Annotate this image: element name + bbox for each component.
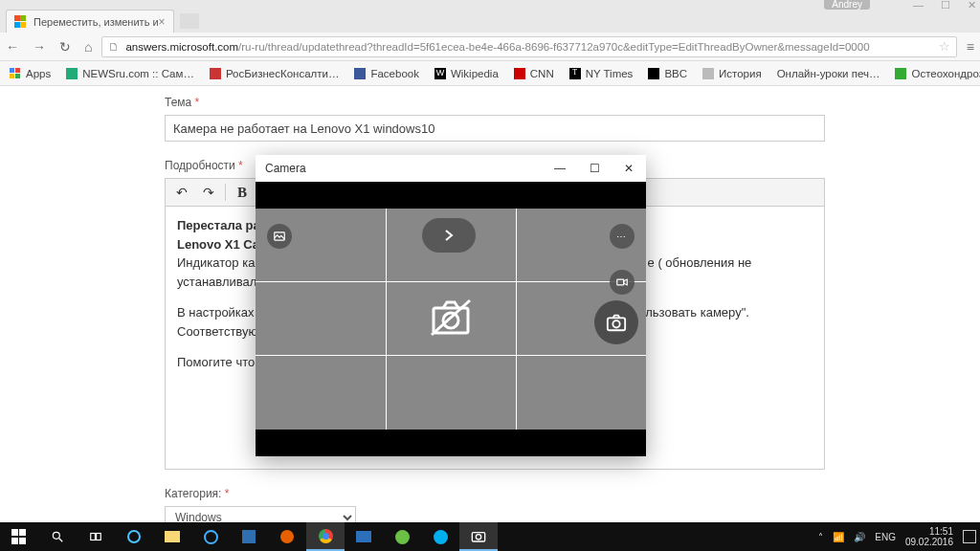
bold-button[interactable]: B — [232, 182, 253, 203]
camera-close-button[interactable]: ✕ — [612, 155, 646, 182]
reload-button[interactable]: ↻ — [59, 39, 71, 55]
ms-favicon-icon — [14, 15, 28, 29]
tray-language[interactable]: ENG — [875, 532, 896, 542]
required-icon: * — [225, 487, 230, 500]
gallery-button[interactable] — [267, 224, 292, 249]
letterbox-bar — [256, 182, 646, 209]
apps-shortcut[interactable]: Apps — [10, 68, 51, 79]
undo-button[interactable]: ↶ — [171, 182, 192, 203]
search-button[interactable] — [38, 522, 77, 551]
bookmark-item[interactable]: WWikipedia — [434, 68, 499, 79]
clock-date: 09.02.2016 — [905, 537, 953, 548]
topic-input[interactable] — [165, 115, 825, 142]
edge-icon — [204, 530, 218, 544]
windows-logo-icon — [11, 529, 27, 544]
bookmark-star-icon[interactable]: ☆ — [939, 39, 950, 54]
svg-rect-9 — [91, 534, 96, 540]
search-icon — [51, 530, 64, 543]
taskbar-clock[interactable]: 11:51 09.02.2016 — [905, 526, 953, 548]
bookmark-item[interactable]: Остеохондроз, здо… — [895, 68, 980, 79]
redo-button[interactable]: ↷ — [198, 182, 219, 203]
svg-point-7 — [53, 532, 59, 539]
system-tray: ˄ 📶 🔊 ENG 11:51 09.02.2016 — [818, 526, 980, 548]
windows-taskbar: ˄ 📶 🔊 ENG 11:51 09.02.2016 — [0, 522, 980, 551]
os-close-button[interactable]: ✕ — [968, 0, 976, 11]
taskbar-mozilla[interactable] — [268, 522, 306, 551]
taskbar-utorrent[interactable] — [383, 522, 421, 551]
required-icon: * — [195, 96, 200, 109]
tab-close-button[interactable]: × — [159, 15, 166, 29]
os-minimize-button[interactable]: — — [913, 0, 924, 11]
bookmark-favicon-icon — [66, 68, 78, 79]
body-text: е ( обновления не — [648, 255, 752, 270]
cortana-icon — [127, 530, 141, 543]
bookmark-favicon-icon — [514, 68, 525, 79]
forward-button[interactable]: → — [33, 39, 46, 55]
svg-point-12 — [476, 535, 480, 540]
grid-line — [516, 209, 517, 430]
tray-overflow-button[interactable]: ˄ — [818, 532, 823, 542]
taskbar-mail[interactable] — [345, 522, 383, 551]
toolbar-separator — [225, 184, 226, 201]
tray-volume-icon[interactable]: 🔊 — [854, 532, 865, 542]
back-button[interactable]: ← — [6, 39, 19, 55]
taskbar-cortana[interactable] — [115, 522, 153, 551]
taskbar-edge[interactable] — [191, 522, 230, 551]
taskbar-camera[interactable] — [459, 522, 498, 551]
url-path: /ru-ru/thread/updatethread?threadId=5f61… — [238, 41, 869, 53]
bookmark-label: РосБизнесКонсалти… — [226, 68, 340, 79]
bookmark-item[interactable]: TNY Times — [569, 68, 634, 79]
topic-label-text: Тема — [165, 96, 191, 109]
new-tab-button[interactable] — [180, 13, 199, 29]
camera-maximize-button[interactable]: ☐ — [577, 155, 612, 182]
bookmark-item[interactable]: BBC — [648, 68, 687, 79]
browser-tab[interactable]: Переместить, изменить и × — [6, 10, 174, 33]
os-user-badge: Andrey — [824, 0, 870, 10]
taskbar-explorer[interactable] — [153, 522, 191, 551]
grid-line — [256, 355, 646, 356]
taskbar-skype[interactable] — [421, 522, 459, 551]
camera-more-button[interactable]: ⋯ — [610, 224, 635, 249]
camera-title: Camera — [265, 162, 306, 175]
page-info-icon: 🗋 — [108, 41, 120, 53]
bookmark-item[interactable]: РосБизнесКонсалти… — [210, 68, 340, 79]
task-view-button[interactable] — [77, 522, 115, 551]
camera-minimize-button[interactable]: — — [543, 155, 577, 182]
bookmark-label: Facebook — [370, 68, 419, 79]
bookmark-item[interactable]: CNN — [514, 68, 554, 79]
camera-titlebar[interactable]: Camera — ☐ ✕ — [256, 155, 646, 182]
browser-tab-title: Переместить, изменить и — [33, 16, 159, 28]
bookmark-favicon-icon — [895, 68, 906, 79]
browser-toolbar: ← → ↻ ⌂ 🗋 answers.microsoft.com /ru-ru/t… — [0, 33, 980, 61]
bookmark-label: CNN — [530, 68, 554, 79]
chrome-icon — [319, 529, 333, 543]
shutter-button[interactable] — [594, 300, 638, 344]
bookmark-item[interactable]: История — [702, 68, 762, 79]
tray-network-icon[interactable]: 📶 — [833, 532, 844, 542]
home-button[interactable]: ⌂ — [84, 39, 92, 55]
folder-icon — [165, 531, 180, 542]
bookmark-item[interactable]: NEWSru.com :: Сам… — [66, 68, 194, 79]
taskbar-chrome[interactable] — [306, 522, 345, 551]
bookmark-item[interactable]: Онлайн-уроки печ… — [777, 68, 880, 79]
category-label-text: Категория: — [165, 487, 221, 500]
category-label: Категория: * — [165, 487, 825, 500]
expand-panel-button[interactable] — [422, 218, 476, 253]
bookmark-favicon-icon — [354, 68, 366, 79]
browser-menu-button[interactable]: ≡ — [967, 39, 974, 55]
svg-rect-4 — [617, 279, 624, 285]
letterbox-bar — [256, 430, 646, 456]
action-center-button[interactable] — [963, 530, 976, 543]
address-bar[interactable]: 🗋 answers.microsoft.com /ru-ru/thread/up… — [101, 36, 956, 57]
bookmark-item[interactable]: Facebook — [354, 68, 419, 79]
skype-icon — [434, 530, 448, 544]
os-maximize-button[interactable]: ☐ — [941, 0, 950, 11]
video-mode-button[interactable] — [610, 270, 635, 295]
svg-point-1 — [443, 313, 458, 328]
taskbar-store[interactable] — [230, 522, 268, 551]
grid-line — [386, 209, 387, 430]
bookmark-label: История — [719, 68, 762, 79]
start-button[interactable] — [0, 522, 38, 551]
body-text: льзовать камеру". — [645, 305, 749, 320]
svg-point-6 — [612, 320, 619, 327]
